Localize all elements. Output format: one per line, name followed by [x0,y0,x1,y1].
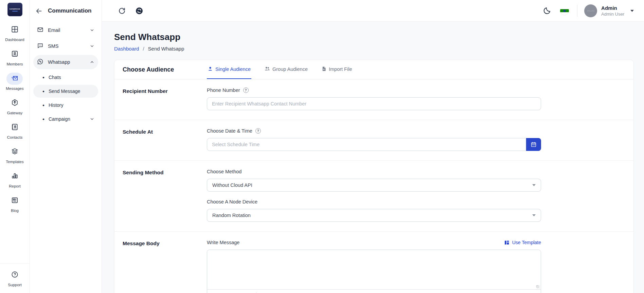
envelope-icon [37,26,43,34]
app-logo[interactable]: DATABRIDGE [7,3,22,16]
sidebar-item-templates[interactable]: Templates [6,146,23,164]
nav-subitem-history[interactable]: • History [33,99,98,112]
nav-item-sms[interactable]: SMS [33,39,98,53]
nav-item-whatsapp[interactable]: Whatsapp [33,55,98,69]
sidebar-item-report[interactable]: Report [7,170,23,188]
sidebar-item-blog[interactable]: Blog [7,195,23,213]
chat-bubble-icon [37,42,43,50]
nav-subitem-label: History [49,102,64,108]
tab-single-audience[interactable]: Single Audience [207,60,251,79]
choose-method-select[interactable]: Without Cloud API [207,179,541,192]
icon-rail: DATABRIDGE Dashboard Members Messages [0,0,30,293]
chevron-down-icon [90,117,94,121]
communication-sidebar: Communication Email SMS [30,0,102,293]
bullet-dot: • [42,89,44,94]
select-value: Random Rotation [212,213,251,218]
user-menu[interactable]: 350x350 Admin Admin User [584,4,634,17]
dark-mode-moon-icon[interactable] [543,6,551,15]
question-circle-icon [11,271,19,280]
subnav-title: Communication [48,7,91,14]
section-label: Schedule At [123,128,207,151]
blog-post-icon [11,196,19,206]
chevron-down-icon [630,10,634,12]
calendar-icon [531,141,537,148]
page-content: Send Whatsapp Dashboard / Send Whatsapp … [102,22,644,293]
back-arrow-icon[interactable] [35,7,42,15]
sidebar-item-gateway[interactable]: Gateway [7,97,23,115]
field-label: Choose Method [207,169,242,174]
user-role: Admin User [601,12,624,17]
users-icon [264,66,270,73]
members-icon [11,50,19,59]
message-body-section: Message Body Write Message Use Template [114,232,633,293]
nav-subitem-chats[interactable]: • Chats [33,71,98,84]
breadcrumb-current: Send Whatsapp [148,46,184,52]
bullet-dot: • [42,102,44,108]
nav-subitem-label: Campaign [49,116,70,122]
nav-subitem-label: Send Message [49,89,80,94]
select-value: Without Cloud API [212,182,252,188]
user-name: Admin [601,5,624,11]
use-template-link[interactable]: Use Template [504,240,541,245]
node-device-select[interactable]: Random Rotation [207,209,541,222]
topbar: 350x350 Admin Admin User [102,0,644,22]
report-bars-icon [11,172,19,181]
tab-label: Import File [329,66,352,72]
field-label: Write Message [207,240,239,245]
user-icon [208,66,213,73]
recipient-number-section: Recipient Number Phone Number ? [114,79,633,120]
breadcrumb: Dashboard / Send Whatsapp [114,46,634,52]
sidebar-item-messages[interactable]: Messages [6,73,23,91]
nav-subitem-campaign[interactable]: • Campaign [33,113,98,125]
help-icon[interactable]: ? [255,128,261,134]
composer-toolbar: B I [207,289,541,293]
audience-tabs: Single Audience Group Audience [207,60,353,79]
section-label: Sending Method [123,169,207,222]
caret-down-icon [532,184,536,186]
caret-down-icon [532,214,536,216]
message-textarea[interactable] [207,250,541,289]
chevron-down-icon [90,28,94,33]
sidebar-item-label: Messages [6,86,23,91]
breadcrumb-separator: / [143,46,144,52]
sidebar-item-label: Members [7,62,23,66]
schedule-at-section: Schedule At Choose Date & Time ? [114,120,633,161]
nav-subitem-send-message[interactable]: • Send Message [33,85,98,98]
chevron-down-icon [90,44,94,48]
use-template-label: Use Template [512,240,541,245]
language-flag-india[interactable] [560,6,569,15]
nav-item-label: Whatsapp [48,59,70,65]
logo-text: DATABRIDGE [10,8,20,10]
breadcrumb-dashboard-link[interactable]: Dashboard [114,46,139,52]
sidebar-item-label: Gateway [7,111,22,115]
resize-handle[interactable] [536,285,539,288]
whatsapp-icon [37,58,43,66]
sync-filled-icon[interactable] [135,7,143,15]
sidebar-item-dashboard[interactable]: Dashboard [5,24,24,42]
refresh-icon[interactable] [118,7,126,15]
help-icon[interactable]: ? [243,87,249,93]
avatar: 350x350 [584,4,597,17]
section-label: Message Body [123,240,207,293]
nav-item-email[interactable]: Email [33,23,98,37]
file-plus-icon [321,66,326,73]
template-icon [504,240,509,245]
section-label: Recipient Number [123,87,207,110]
sidebar-item-contacts[interactable]: Contacts [7,121,23,139]
contacts-book-icon [11,123,19,132]
sidebar-item-label: Report [9,184,21,188]
topbar-divider [577,5,577,17]
phone-number-input[interactable] [207,97,541,110]
sending-method-section: Sending Method Choose Method Without Clo… [114,161,633,232]
tab-group-audience[interactable]: Group Audience [264,60,308,79]
bullet-dot: • [42,116,44,122]
schedule-time-input[interactable] [207,138,526,151]
calendar-button[interactable] [526,138,541,151]
sidebar-item-label: Support [8,283,21,287]
sidebar-item-support[interactable]: Support [7,269,23,287]
choose-audience-card: Choose Audience Single Audience [114,60,634,293]
sidebar-item-label: Templates [6,160,23,164]
field-label: Choose A Node Device [207,199,257,204]
sidebar-item-members[interactable]: Members [7,48,23,66]
tab-import-file[interactable]: Import File [321,60,353,79]
